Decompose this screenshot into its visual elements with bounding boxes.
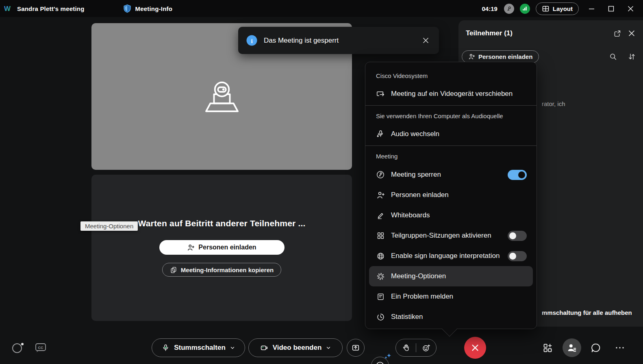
panel-invite-label: Personen einladen [478,53,532,60]
webex-logo-icon: W [4,4,14,13]
video-chevron-icon[interactable] [326,345,331,351]
menu-item-switch-audio[interactable]: Audio wechseln [365,124,537,144]
microphone-icon [161,344,170,352]
person-add-icon [376,191,385,199]
raise-hand-button[interactable] [396,339,416,357]
menu-item-report-problem[interactable]: Ein Problem melden [365,286,537,307]
menu-section-meeting: Meeting [365,147,537,165]
record-button[interactable] [371,357,389,364]
menu-divider [365,105,537,106]
camera-icon [260,343,269,352]
meeting-locked-toast: i Das Meeting ist gesperrt [238,27,439,54]
meeting-title: Sandra Plett's meeting [17,5,85,12]
invite-people-label: Personen einladen [198,244,256,251]
report-problem-icon [376,292,385,301]
info-icon: i [246,35,257,46]
participant-role-text: rator, ich [542,100,565,107]
close-window-button[interactable] [623,2,637,15]
menu-item-label: Meeting auf ein Videogerät verschieben [391,90,513,98]
person-add-icon [468,53,475,60]
copy-meeting-info-label: Meeting-Informationen kopieren [181,266,274,273]
menu-item-label: Ein Problem melden [391,292,453,301]
video-tile-self: Warten auf Beitritt anderer Teilnehmer .… [91,175,352,321]
shield-icon [123,4,132,13]
menu-section-videosystem: Cisco Videosystem [365,67,537,84]
menu-item-invite-people[interactable]: Personen einladen [365,185,537,205]
menu-item-label: Meeting-Optionen [391,272,446,280]
layout-button[interactable]: Layout [536,2,579,15]
maximize-button[interactable] [604,2,618,15]
share-screen-icon [351,343,360,352]
layout-grid-icon [542,5,550,13]
globe-icon [376,252,385,260]
menu-section-audio: Sie verwenden Ihren Computer als Audioqu… [365,107,537,124]
person-add-icon [187,244,195,251]
menu-item-meeting-options[interactable]: Meeting-Optionen [369,266,533,286]
menu-divider [365,145,537,146]
waiting-text: Warten auf Beitritt anderer Teilnehmer .… [138,219,305,228]
lock-meeting-icon [376,170,385,179]
pencil-icon [376,211,385,220]
apps-button[interactable] [542,342,553,353]
mute-chevron-icon[interactable] [230,345,235,351]
participants-panel-title: Teilnehmer (1) [466,29,608,37]
invite-people-button[interactable]: Personen einladen [159,240,285,255]
sort-participants-icon[interactable] [626,51,637,63]
unmute-all-button[interactable]: mmschaltung für alle aufheben [542,309,632,316]
mute-button[interactable]: Stummschalten [152,338,245,357]
close-panel-icon[interactable] [626,28,637,39]
menu-item-whiteboards[interactable]: Whiteboards [365,205,537,225]
video-device-icon [376,89,385,98]
meeting-timer: 04:19 [482,5,497,12]
search-participants-icon[interactable] [607,51,619,63]
svg-text:i: i [251,38,252,44]
leave-meeting-button[interactable] [464,337,486,359]
layout-label: Layout [553,5,573,12]
ai-sparkles-icon [383,353,392,362]
toast-message: Das Meeting ist gesperrt [264,37,420,45]
menu-item-label: Meeting sperren [391,171,441,179]
lock-meeting-toggle[interactable] [508,170,527,180]
toast-close-icon[interactable] [420,35,431,46]
meeting-info-label: Meeting-Info [135,5,173,12]
panel-invite-button[interactable]: Personen einladen [462,50,539,63]
assistant-icon[interactable] [11,341,24,355]
chat-button[interactable] [590,342,602,353]
menu-item-label: Enable sign language interpretation [391,252,500,260]
menu-item-breakout-sessions[interactable]: Teilgruppen-Sitzungen aktivieren [365,225,537,246]
menu-item-sign-language[interactable]: Enable sign language interpretation [365,246,537,266]
switch-audio-icon [376,130,385,139]
stop-video-button[interactable]: Video beenden [248,338,343,357]
stop-video-label: Video beenden [273,344,322,352]
breakout-sessions-toggle[interactable] [508,231,527,241]
share-screen-button[interactable] [347,339,365,357]
more-options-menu: Cisco Videosystem Meeting auf ein Videog… [365,62,537,329]
menu-item-statistics[interactable]: Statistiken [365,307,537,327]
mute-label: Stummschalten [174,344,226,352]
closed-captions-icon[interactable]: CC [35,342,47,353]
menu-item-label: Teilgruppen-Sitzungen aktivieren [391,232,491,240]
sign-language-toggle[interactable] [508,251,527,261]
menu-item-move-to-video-device[interactable]: Meeting auf ein Videogerät verschieben [365,84,537,104]
menu-item-label: Statistiken [391,313,423,321]
meeting-info-button[interactable]: Meeting-Info [123,4,173,13]
participants-button[interactable] [563,338,581,357]
meeting-options-tooltip: Meeting-Optionen [80,221,138,231]
reactions-group [395,339,437,357]
menu-item-label: Audio wechseln [391,130,439,138]
more-panels-button[interactable] [615,344,625,351]
reactions-button[interactable] [416,339,436,357]
menu-item-label: Personen einladen [391,191,449,199]
copy-icon [170,266,177,273]
minimize-button[interactable] [584,2,598,15]
meeting-locked-indicator-icon [504,4,514,14]
copy-meeting-info-button[interactable]: Meeting-Informationen kopieren [162,263,281,277]
menu-item-lock-meeting[interactable]: Meeting sperren [365,165,537,185]
svg-text:W: W [4,5,11,13]
webcam-placeholder-icon [202,80,241,114]
gear-icon [376,272,385,281]
svg-text:CC: CC [38,346,43,350]
title-bar: W Sandra Plett's meeting Meeting-Info 04… [0,0,643,17]
popout-panel-icon[interactable] [611,28,623,39]
statistics-icon [376,313,385,321]
